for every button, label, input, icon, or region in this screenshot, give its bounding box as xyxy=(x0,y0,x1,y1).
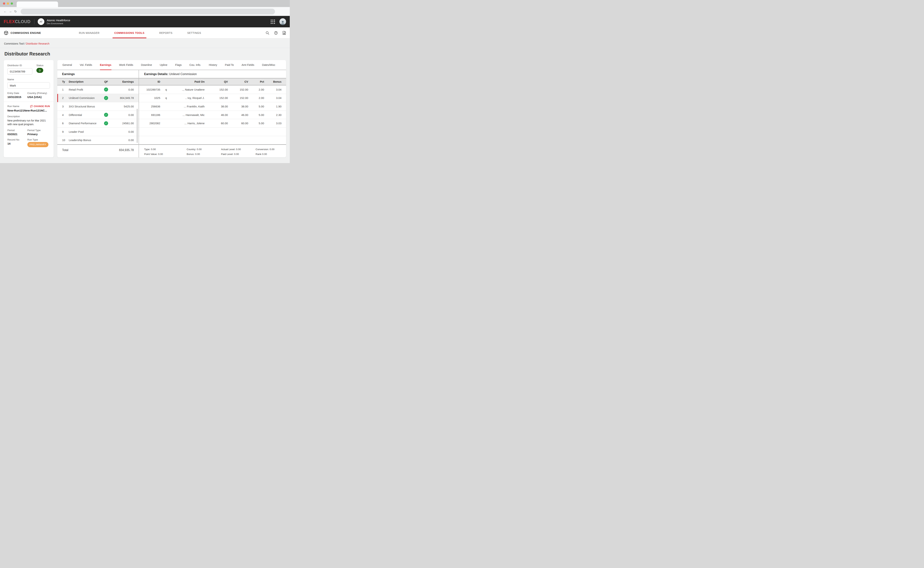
user-avatar[interactable] xyxy=(279,18,286,25)
detail-pct: 2.00 xyxy=(248,96,264,100)
tab-cou-info[interactable]: Cou. Info. xyxy=(190,60,201,70)
earnings-amount: 0.00 xyxy=(113,88,134,91)
earnings-row[interactable]: 6 Diamond Performance ✓ 24561.00 xyxy=(57,119,139,128)
detail-cv: 152.00 xyxy=(228,88,248,91)
search-icon[interactable] xyxy=(265,31,270,35)
tab-vol-fields[interactable]: Vol. Fields xyxy=(80,60,92,70)
summary-conversion: Conversion: 0.00 xyxy=(256,148,286,151)
tab-history[interactable]: History xyxy=(209,60,217,70)
org-name: Atomic Healthforce xyxy=(47,19,70,22)
details-row[interactable]: 1025 q .. Ivy, Ricquel J. 152.00 152.00 … xyxy=(139,94,286,103)
maximize-window-button[interactable] xyxy=(11,2,13,5)
earnings-row[interactable]: 4 Differential ✓ 0.00 xyxy=(57,111,139,119)
status-label: Status xyxy=(36,64,50,67)
breadcrumb-current[interactable]: Distributor Research xyxy=(26,42,50,45)
entry-date-label: Entry Date xyxy=(8,92,27,95)
col-earnings: Earnings xyxy=(113,80,134,83)
details-row[interactable]: 2802082 ... Harris, Jolene 60.00 60.00 5… xyxy=(139,119,286,128)
run-name-value: New-Run121New-Run121NC... xyxy=(8,109,50,112)
detail-qv: 46.00 xyxy=(205,113,228,116)
tab-flags[interactable]: Flags xyxy=(175,60,182,70)
flexcloud-logo[interactable]: FLEXCLOUD xyxy=(4,19,30,24)
tab-bar: General Vol. Fields Earnings Work Fields… xyxy=(57,60,286,70)
detail-card: General Vol. Fields Earnings Work Fields… xyxy=(57,60,286,157)
forward-icon[interactable]: → xyxy=(8,10,13,13)
earnings-total-row: Total 834,935.78 xyxy=(57,144,139,157)
tab-upline[interactable]: Upline xyxy=(160,60,167,70)
distributor-id-label: Distributor ID xyxy=(8,64,27,67)
earnings-row-selected[interactable]: 2 Unilevel Commission ✓ 804,949.78 xyxy=(57,94,139,103)
earnings-row[interactable]: 3 3X3 Structural Bonus ✓ 5425.00 xyxy=(57,102,139,111)
close-window-button[interactable] xyxy=(3,2,5,5)
tab-dates-misc[interactable]: Dates/Misc xyxy=(262,60,275,70)
nav-item-reports[interactable]: REPORTS xyxy=(159,27,173,38)
details-row-empty xyxy=(139,136,286,145)
record-no-label: Record No xyxy=(8,138,27,141)
org-avatar[interactable]: AT xyxy=(38,18,44,25)
browser-tab[interactable] xyxy=(17,2,58,7)
earnings-row[interactable]: 10 Leadership Bonus ✓ 0.00 xyxy=(57,136,139,145)
col-cv: CV xyxy=(228,80,248,83)
detail-paid-on: .., Nature Unaltere xyxy=(172,88,205,91)
earnings-amount: 5425.00 xyxy=(113,105,134,108)
col-id: ID xyxy=(139,80,160,83)
earnings-description: Unilevel Commission xyxy=(69,96,99,100)
module-label: COMMISIONS ENGINE xyxy=(4,30,41,35)
nav-item-settings[interactable]: SETTINGS xyxy=(187,27,201,38)
tab-downline[interactable]: Downline xyxy=(141,60,152,70)
breadcrumb-root[interactable]: Commisions Tool xyxy=(4,42,24,45)
earnings-amount: 24561.00 xyxy=(113,122,134,125)
change-run-button[interactable]: CHANGE RUN xyxy=(30,105,50,107)
header-divider xyxy=(34,19,35,24)
nav-item-commissions-tools[interactable]: COMMISSIONS TOOLS xyxy=(115,27,145,38)
url-bar[interactable] xyxy=(21,9,275,14)
earnings-amount: 804,949.78 xyxy=(113,96,134,100)
back-icon[interactable]: ← xyxy=(3,10,8,13)
tab-amt-fields[interactable]: Amt Fields xyxy=(241,60,254,70)
document-icon[interactable] xyxy=(282,31,286,35)
detail-pct: 5.00 xyxy=(248,113,264,116)
tab-paid-to[interactable]: Paid To xyxy=(225,60,234,70)
breadcrumb: Commisions Tool / Distributor Research xyxy=(0,38,290,45)
detail-pct: 5.00 xyxy=(248,105,264,108)
cube-icon xyxy=(4,30,9,35)
detail-q-flag: q xyxy=(160,96,172,100)
tab-general[interactable]: General xyxy=(62,60,72,70)
earnings-row[interactable]: 9 Leader Pool ✓ 0.00 xyxy=(57,128,139,136)
details-title-label: Earnings Details: xyxy=(144,73,168,76)
details-row[interactable]: 691186 ... Hannawalt, Mic 46.00 46.00 5.… xyxy=(139,111,286,119)
col-ty: Ty xyxy=(62,80,69,83)
apps-grid-icon[interactable] xyxy=(271,20,275,24)
earnings-row[interactable]: 1 Retail Profit ✓ 0.00 xyxy=(57,85,139,94)
tab-earnings[interactable]: Earnings xyxy=(100,60,112,70)
earnings-scrollbar[interactable] xyxy=(137,109,138,143)
earnings-description: 3X3 Structural Bonus xyxy=(69,105,99,108)
name-input[interactable] xyxy=(8,82,50,89)
col-bonus: Bonus xyxy=(264,80,282,83)
details-row[interactable]: 102289735 q .., Nature Unaltere 152.00 1… xyxy=(139,85,286,94)
browser-tabstrip xyxy=(0,0,290,7)
detail-cv: 60.00 xyxy=(228,122,248,125)
earnings-type: 9 xyxy=(62,130,69,133)
detail-pct: 2.00 xyxy=(248,88,264,91)
minimize-window-button[interactable] xyxy=(7,2,9,5)
detail-cv: 46.00 xyxy=(228,113,248,116)
reload-icon[interactable]: ↻ xyxy=(13,10,18,14)
run-type-badge: PRELIMINARY xyxy=(27,142,48,147)
detail-id: 256636 xyxy=(139,105,160,108)
qualified-check-icon: ✓ xyxy=(104,96,108,100)
country-label: Country (Primary) xyxy=(27,92,50,95)
detail-id: 2802082 xyxy=(139,122,160,125)
tab-work-fields[interactable]: Work Fields xyxy=(119,60,133,70)
detail-id: 691186 xyxy=(139,113,160,116)
page-title: Distributor Research xyxy=(5,51,290,57)
detail-cv: 152.00 xyxy=(228,96,248,100)
help-icon[interactable] xyxy=(274,31,278,35)
description-label: Description xyxy=(8,115,50,118)
detail-bonus: 3.03 xyxy=(264,122,282,125)
entry-date-value: 10/31/2015 xyxy=(8,95,27,98)
nav-item-run-manager[interactable]: RUN MANAGER xyxy=(79,27,99,38)
browser-toolbar: ← → ↻ xyxy=(0,7,290,16)
details-row[interactable]: 256636 ... Franklin, Kaith 38.00 38.00 5… xyxy=(139,102,286,111)
earnings-description: Leader Pool xyxy=(69,130,99,133)
